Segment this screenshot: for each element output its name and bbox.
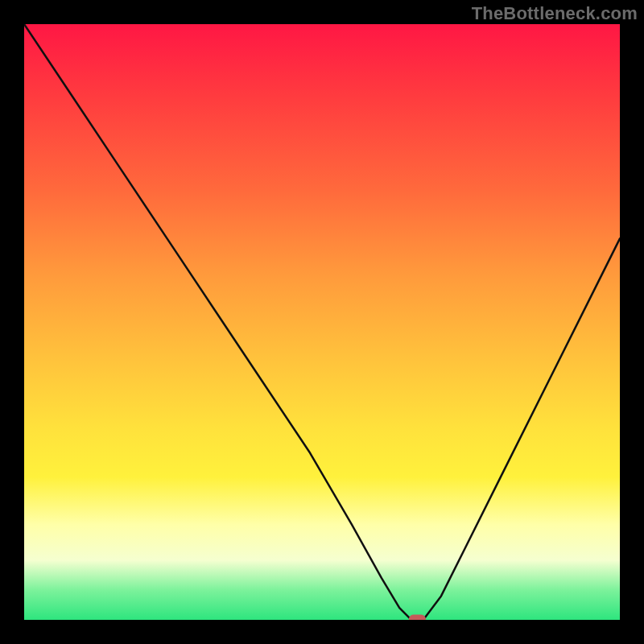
plot-svg [24, 24, 620, 620]
watermark-label: TheBottleneck.com [472, 3, 638, 24]
chart-frame: TheBottleneck.com [0, 0, 644, 644]
curve-minimum-marker [409, 615, 425, 620]
plot-area [24, 24, 620, 620]
bottleneck-curve [24, 24, 620, 620]
